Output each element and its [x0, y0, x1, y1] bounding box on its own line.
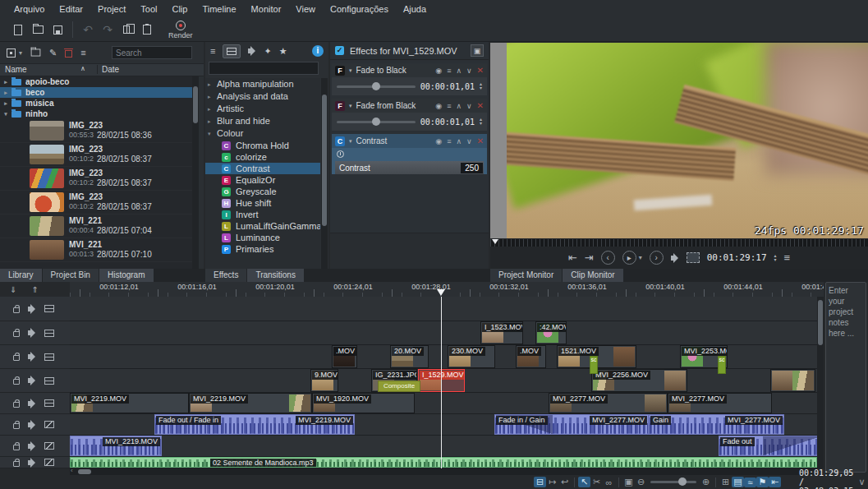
effect-enable-icon[interactable]: ◉ — [435, 102, 442, 110]
timeline-position-timecode[interactable]: 00:01:29,05 / 03:48:03,15 — [799, 468, 856, 489]
date-column-header[interactable]: Date — [97, 65, 119, 74]
go-to-zone-end-icon[interactable]: ⇥ — [585, 251, 594, 264]
effect-move-up-icon[interactable]: ∧ — [456, 102, 462, 110]
snap-toggle[interactable]: ⊞ — [719, 477, 732, 487]
timeline-clip-mvi-2277-mov[interactable]: Fade in / GainMVI_2277.MOV — [494, 414, 649, 435]
track-1[interactable] — [70, 297, 817, 321]
undo-button[interactable]: ↶ — [78, 20, 98, 39]
scroll-left-icon[interactable]: ‹ — [71, 467, 73, 474]
zone-mode-toggle[interactable] — [687, 252, 700, 263]
timecode-dropdown-icon[interactable]: ∨ — [856, 477, 868, 487]
lock-track-icon[interactable] — [13, 402, 20, 408]
markers-comments-toggle[interactable]: ⚑ — [756, 477, 769, 487]
menu-timeline[interactable]: Timeline — [195, 0, 243, 18]
timeline-hscrollbar-thumb[interactable] — [78, 469, 91, 474]
timeline-clip-02-semente-de-mandioca-mp3[interactable]: 02 Semente de Mandioca.mp3 — [70, 457, 817, 468]
effect-contrast[interactable]: C ▾ Contrast ◉ ≡ ∧ ∨ ✕ Contrast 250 — [332, 134, 487, 174]
collapse-effect-icon[interactable]: ▾ — [349, 103, 352, 109]
expand-icon[interactable]: ▸ — [0, 79, 11, 85]
effect-item-lumaliftgaingamma[interactable]: LLumaLiftGainGamma — [205, 220, 320, 232]
effect-item-hue-shift[interactable]: HHue shift — [205, 197, 320, 209]
mute-track-icon[interactable] — [28, 422, 31, 427]
mute-track-icon[interactable] — [28, 460, 31, 465]
timeline-clip-mvi-2219-mov[interactable]: MVI_2219.MOV — [70, 436, 162, 456]
fit-zone-toggle[interactable]: ⇤ — [769, 477, 781, 487]
mute-track-icon[interactable] — [28, 354, 31, 359]
menu-clip[interactable]: Clip — [164, 0, 195, 18]
timeline-clip[interactable]: Fade out — [719, 436, 817, 456]
track-8[interactable]: 02 Semente de Mandioca.mp3 — [70, 457, 817, 468]
tab-effects[interactable]: Effects — [205, 269, 247, 282]
value-spinner[interactable]: ▴▾ — [480, 82, 482, 90]
effect-delete-icon[interactable]: ✕ — [477, 101, 484, 110]
tab-transitions[interactable]: Transitions — [247, 269, 305, 282]
bin-file-row[interactable]: IMG_22300:55:328/02/15 08:36 — [0, 119, 192, 143]
mute-track-icon[interactable] — [28, 444, 31, 449]
video-thumbnails-toggle[interactable]: ▤ — [732, 477, 744, 487]
effects-scrollbar-thumb[interactable] — [322, 95, 327, 226]
lock-track-icon[interactable] — [13, 461, 20, 467]
effect-fade-to-black[interactable]: F ▾ Fade to Black ◉ ≡ ∧ ∨ ✕ 00:00:01,01 … — [332, 63, 487, 95]
timeline-clip-mvi-2277-mov[interactable]: MVI_2277.MOV — [549, 393, 668, 413]
effect-item-colorize[interactable]: ccolorize — [205, 151, 320, 163]
effect-item-equalizor[interactable]: EEqualizOr — [205, 174, 320, 186]
bin-file-row[interactable]: IMG_22300:10:228/02/15 08:37 — [0, 191, 192, 215]
tab-project-bin[interactable]: Project Bin — [43, 269, 99, 282]
effect-move-down-icon[interactable]: ∨ — [466, 67, 472, 75]
bin-file-row[interactable]: MVI_22100:00:428/02/15 07:04 — [0, 215, 192, 238]
rewind-icon[interactable]: ‹ — [601, 251, 615, 265]
effect-category-analysis-and-data[interactable]: Analysis and data — [205, 90, 320, 103]
mute-track-icon[interactable] — [28, 307, 31, 311]
timeline-clip-mvi-2219-mov[interactable]: MVI_2219.MOV — [70, 393, 189, 413]
monitor-timecode-spinner[interactable]: ▴▾ — [774, 254, 777, 262]
effect-move-up-icon[interactable]: ∧ — [456, 67, 462, 75]
timeline-clip-mvi-2277-mov[interactable]: GainMVI_2277.MOV — [649, 414, 784, 435]
collapse-effect-icon[interactable]: ▾ — [349, 138, 352, 145]
zoom-out-icon[interactable]: ⊖ — [635, 477, 647, 487]
copy-button[interactable] — [117, 20, 137, 39]
timeline-clip[interactable] — [770, 369, 815, 392]
project-notes[interactable]: Enter your project notes here ... — [825, 282, 866, 473]
open-project-button[interactable] — [28, 20, 48, 39]
timeline-clip--mov[interactable]: .MOV — [516, 345, 546, 368]
value-spinner[interactable]: ▴▾ — [480, 118, 482, 126]
bin-folder-música[interactable]: ▸música — [0, 98, 192, 108]
effect-category-artistic[interactable]: Artistic — [205, 103, 320, 115]
monitor-timecode[interactable]: 00:01:29:17 — [707, 252, 767, 263]
timeline-ruler[interactable]: 00:01:12,0100:01:16,0100:01:20,0100:01:2… — [70, 282, 824, 297]
zoom-slider[interactable] — [650, 481, 696, 483]
zoom-slider-handle[interactable] — [678, 477, 687, 486]
render-button[interactable]: Render — [168, 21, 193, 39]
timeline-clip-9-mov[interactable]: 9.MOV — [310, 369, 338, 392]
timeline-clip-mvi-2256-mov[interactable]: MVI_2256.MOV — [591, 369, 687, 392]
mute-track-icon[interactable] — [28, 330, 31, 335]
audio-thumbnails-toggle[interactable]: ≈ — [744, 477, 756, 487]
effect-item-luminance[interactable]: LLuminance — [205, 232, 320, 243]
track-4[interactable]: 9.MOVIG_2231.JPGI_1529.MOVMVI_2256.MOV — [70, 369, 817, 393]
fade-from-black-slider[interactable] — [337, 121, 416, 123]
add-clip-icon[interactable] — [7, 48, 16, 58]
effect-category-colour[interactable]: Colour — [205, 127, 320, 140]
sc-marker[interactable]: sc — [590, 356, 598, 374]
video-effects-toggle[interactable] — [223, 44, 241, 58]
effect-delete-icon[interactable]: ✕ — [477, 66, 484, 75]
fade-to-black-slider[interactable] — [337, 85, 416, 88]
timeline-clip--42-mov[interactable]: :42.MOV — [535, 321, 567, 344]
effect-category-alpha-manipulation[interactable]: Alpha manipulation — [205, 78, 320, 90]
expand-icon[interactable]: ▸ — [0, 100, 11, 107]
effect-enable-icon[interactable]: ◉ — [435, 137, 442, 145]
timeline-clip-20-mov[interactable]: 20.MOV — [390, 345, 429, 368]
selection-tool-icon[interactable]: ↖ — [578, 477, 590, 487]
timeline-vscrollbar-thumb[interactable] — [818, 300, 823, 345]
bin-folder-ninho[interactable]: ▾ninho — [0, 108, 192, 119]
lock-track-icon[interactable] — [13, 379, 20, 385]
timeline-clip-mvi-2277-mov[interactable]: MVI_2277.MOV — [668, 393, 772, 413]
bin-scrollbar-thumb[interactable] — [193, 86, 198, 123]
timeline-clip-mvi-2219-mov[interactable]: MVI_2219.MOV — [189, 393, 312, 413]
track-3[interactable]: .MOV20.MOV230.MOV.MOV1521.MOVMVI_2253.MO… — [70, 345, 817, 369]
menu-view[interactable]: View — [288, 0, 323, 18]
contrast-parameter-value[interactable]: 250 — [461, 163, 483, 173]
insert-zone-icon[interactable]: ⇓ — [10, 285, 16, 294]
lock-track-icon[interactable] — [13, 331, 20, 337]
menu-ajuda[interactable]: Ajuda — [396, 0, 434, 18]
